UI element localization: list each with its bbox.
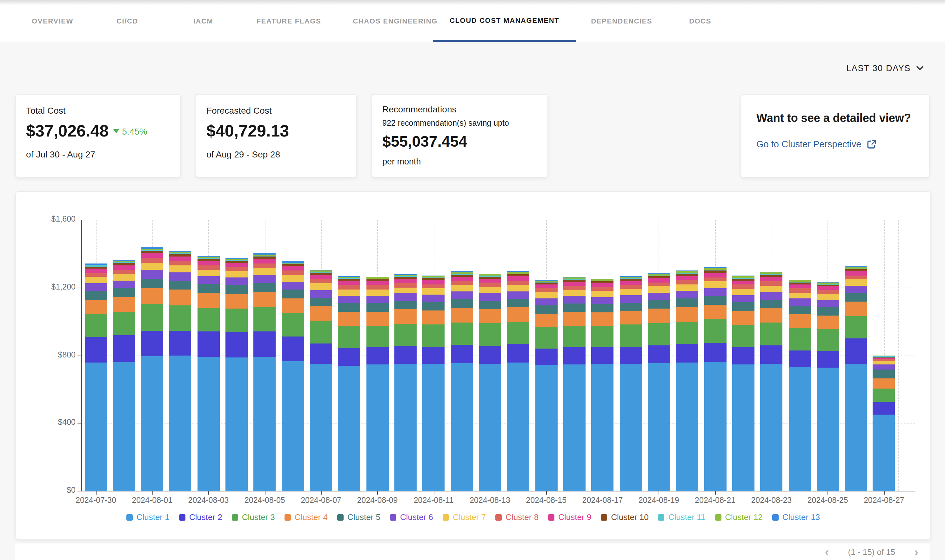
bar-segment-cluster-4[interactable] — [563, 311, 586, 325]
bar-2024-07-30[interactable] — [85, 263, 107, 491]
tab-overview[interactable]: OVERVIEW — [32, 0, 73, 42]
bar-2024-08-19[interactable] — [648, 273, 670, 491]
bar-segment-cluster-8[interactable] — [197, 265, 220, 270]
bar-segment-cluster-4[interactable] — [338, 311, 360, 326]
bar-segment-cluster-5[interactable] — [366, 303, 388, 312]
bar-segment-cluster-3[interactable] — [563, 325, 586, 347]
bar-2024-08-18[interactable] — [620, 277, 642, 491]
bar-segment-cluster-4[interactable] — [817, 315, 839, 329]
bar-segment-cluster-7[interactable] — [676, 285, 698, 291]
bar-segment-cluster-1[interactable] — [732, 365, 754, 491]
bar-segment-cluster-6[interactable] — [141, 270, 163, 279]
bar-segment-cluster-5[interactable] — [620, 303, 642, 311]
bar-segment-cluster-5[interactable] — [423, 302, 445, 311]
bar-segment-cluster-4[interactable] — [366, 311, 388, 325]
bar-segment-cluster-4[interactable] — [535, 314, 557, 327]
bar-2024-08-02[interactable] — [169, 251, 191, 491]
bar-segment-cluster-2[interactable] — [310, 343, 332, 364]
legend-item-cluster-13[interactable]: Cluster 13 — [772, 512, 820, 522]
bar-segment-cluster-4[interactable] — [760, 308, 782, 323]
bar-segment-cluster-2[interactable] — [676, 345, 698, 363]
bar-segment-cluster-10[interactable] — [113, 263, 135, 265]
bar-segment-cluster-9[interactable] — [310, 275, 332, 279]
bar-segment-cluster-8[interactable] — [479, 283, 501, 287]
bar-segment-cluster-4[interactable] — [451, 308, 473, 323]
bar-segment-cluster-9[interactable] — [479, 278, 501, 283]
bar-segment-cluster-8[interactable] — [366, 285, 388, 289]
bar-segment-cluster-3[interactable] — [141, 304, 163, 331]
bar-segment-cluster-3[interactable] — [648, 323, 670, 345]
bar-segment-cluster-7[interactable] — [704, 282, 726, 288]
bar-segment-cluster-8[interactable] — [451, 281, 473, 285]
bar-segment-cluster-8[interactable] — [141, 258, 163, 263]
bar-segment-cluster-9[interactable] — [254, 259, 276, 263]
bar-segment-cluster-7[interactable] — [451, 285, 473, 291]
bar-segment-cluster-3[interactable] — [85, 314, 107, 337]
bar-segment-cluster-3[interactable] — [197, 308, 220, 332]
bar-2024-08-15[interactable] — [535, 280, 557, 491]
bar-segment-cluster-7[interactable] — [732, 289, 754, 295]
bar-segment-cluster-5[interactable] — [845, 293, 867, 302]
bar-2024-08-08[interactable] — [338, 276, 360, 491]
bar-segment-cluster-4[interactable] — [845, 302, 867, 316]
bar-segment-cluster-3[interactable] — [845, 316, 867, 338]
bar-segment-cluster-6[interactable] — [592, 297, 614, 304]
bar-segment-cluster-7[interactable] — [113, 274, 135, 281]
bar-segment-cluster-4[interactable] — [676, 307, 698, 322]
bar-segment-cluster-4[interactable] — [282, 298, 304, 313]
bar-segment-cluster-1[interactable] — [788, 367, 811, 491]
bar-2024-08-05[interactable] — [254, 253, 276, 491]
bar-segment-cluster-6[interactable] — [648, 293, 670, 300]
bar-segment-cluster-2[interactable] — [366, 347, 388, 364]
bar-segment-cluster-4[interactable] — [873, 378, 895, 389]
bar-segment-cluster-7[interactable] — [197, 270, 220, 277]
bar-segment-cluster-5[interactable] — [563, 303, 586, 311]
bar-2024-08-27[interactable] — [873, 355, 895, 491]
bar-2024-08-22[interactable] — [732, 276, 754, 491]
bar-segment-cluster-2[interactable] — [507, 345, 529, 363]
bar-segment-cluster-3[interactable] — [479, 323, 501, 346]
bar-segment-cluster-4[interactable] — [507, 308, 529, 322]
bar-2024-08-09[interactable] — [366, 277, 388, 491]
bar-segment-cluster-8[interactable] — [704, 277, 726, 282]
bar-segment-cluster-9[interactable] — [394, 279, 417, 283]
bar-segment-cluster-6[interactable] — [197, 276, 220, 284]
bar-segment-cluster-2[interactable] — [254, 331, 276, 357]
bar-segment-cluster-7[interactable] — [788, 293, 811, 299]
bar-segment-cluster-5[interactable] — [648, 300, 670, 309]
bar-segment-cluster-7[interactable] — [760, 285, 782, 292]
bar-segment-cluster-1[interactable] — [873, 415, 895, 491]
bar-segment-cluster-2[interactable] — [423, 347, 445, 364]
bar-segment-cluster-8[interactable] — [113, 269, 135, 274]
bar-segment-cluster-5[interactable] — [197, 284, 220, 293]
bar-2024-08-16[interactable] — [563, 277, 586, 491]
bar-segment-cluster-9[interactable] — [676, 276, 698, 280]
bar-segment-cluster-6[interactable] — [310, 290, 332, 297]
tab-iacm[interactable]: IACM — [193, 0, 213, 42]
bar-segment-cluster-8[interactable] — [169, 261, 191, 265]
bar-segment-cluster-2[interactable] — [85, 337, 107, 363]
bar-segment-cluster-9[interactable] — [141, 253, 163, 258]
bar-segment-cluster-5[interactable] — [169, 281, 191, 290]
date-range-selector[interactable]: LAST 30 DAYS — [846, 63, 923, 73]
bar-segment-cluster-5[interactable] — [676, 298, 698, 307]
bar-2024-08-25[interactable] — [817, 282, 839, 491]
bar-segment-cluster-6[interactable] — [113, 281, 135, 289]
bar-segment-cluster-3[interactable] — [394, 324, 417, 346]
bar-segment-cluster-6[interactable] — [338, 295, 360, 303]
bar-segment-cluster-3[interactable] — [535, 327, 557, 349]
bar-segment-cluster-5[interactable] — [817, 308, 839, 316]
bar-segment-cluster-8[interactable] — [845, 275, 867, 279]
bar-segment-cluster-3[interactable] — [732, 325, 754, 347]
bar-segment-cluster-8[interactable] — [648, 283, 670, 287]
bar-segment-cluster-3[interactable] — [451, 323, 473, 345]
bar-2024-08-23[interactable] — [760, 272, 782, 491]
bar-segment-cluster-3[interactable] — [592, 326, 614, 347]
bar-segment-cluster-1[interactable] — [507, 363, 529, 491]
bar-segment-cluster-9[interactable] — [563, 282, 586, 286]
bar-segment-cluster-6[interactable] — [704, 288, 726, 296]
bar-segment-cluster-10[interactable] — [141, 251, 163, 253]
bar-2024-08-07[interactable] — [310, 269, 332, 491]
bar-segment-cluster-6[interactable] — [676, 291, 698, 298]
bar-segment-cluster-10[interactable] — [169, 254, 191, 257]
